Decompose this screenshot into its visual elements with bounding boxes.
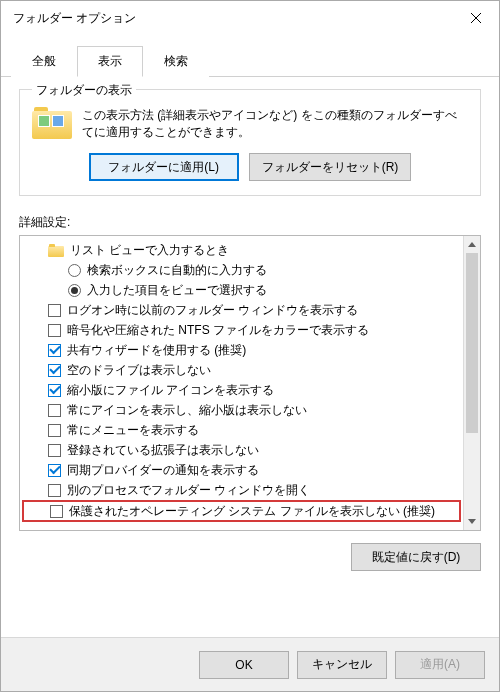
checkbox-icon[interactable] — [48, 304, 61, 317]
scroll-down-button[interactable] — [464, 513, 480, 530]
restore-defaults-button[interactable]: 既定値に戻す(D) — [351, 543, 481, 571]
tree-item-7[interactable]: 縮小版にファイル アイコンを表示する — [20, 380, 463, 400]
tree-item-1[interactable]: 検索ボックスに自動的に入力する — [20, 260, 463, 280]
tree-item-13[interactable]: 保護されたオペレーティング システム ファイルを表示しない (推奨) — [22, 500, 461, 522]
scroll-track[interactable] — [464, 253, 480, 513]
tree-item-label: 共有ウィザードを使用する (推奨) — [67, 342, 246, 359]
radio-icon[interactable] — [68, 284, 81, 297]
tree-item-12[interactable]: 別のプロセスでフォルダー ウィンドウを開く — [20, 480, 463, 500]
folder-view-description: この表示方法 (詳細表示やアイコンなど) をこの種類のフォルダーすべてに適用する… — [82, 107, 468, 141]
checkbox-icon[interactable] — [48, 344, 61, 357]
tree-item-6[interactable]: 空のドライブは表示しない — [20, 360, 463, 380]
tree-item-2[interactable]: 入力した項目をビューで選択する — [20, 280, 463, 300]
folder-view-group: フォルダーの表示 この表示方法 (詳細表示やアイコンなど) をこの種類のフォルダ… — [19, 89, 481, 196]
titlebar: フォルダー オプション — [1, 1, 499, 35]
tree-item-label: 登録されている拡張子は表示しない — [67, 442, 259, 459]
advanced-settings-list[interactable]: リスト ビューで入力するとき検索ボックスに自動的に入力する入力した項目をビューで… — [20, 236, 463, 530]
dialog-footer: OK キャンセル 適用(A) — [1, 637, 499, 691]
tree-item-label: 空のドライブは表示しない — [67, 362, 211, 379]
checkbox-icon[interactable] — [48, 484, 61, 497]
tab-view[interactable]: 表示 — [77, 46, 143, 77]
tab-general[interactable]: 全般 — [11, 46, 77, 77]
checkbox-icon[interactable] — [48, 384, 61, 397]
tree-item-label: 常にアイコンを表示し、縮小版は表示しない — [67, 402, 307, 419]
tree-item-label: 常にメニューを表示する — [67, 422, 199, 439]
tree-item-label: 入力した項目をビューで選択する — [87, 282, 267, 299]
folder-icon — [48, 244, 64, 257]
tab-search[interactable]: 検索 — [143, 46, 209, 77]
radio-icon[interactable] — [68, 264, 81, 277]
tab-strip: 全般 表示 検索 — [1, 35, 499, 77]
tree-item-label: 縮小版にファイル アイコンを表示する — [67, 382, 274, 399]
tab-body: フォルダーの表示 この表示方法 (詳細表示やアイコンなど) をこの種類のフォルダ… — [1, 77, 499, 637]
apply-to-folders-button[interactable]: フォルダーに適用(L) — [89, 153, 239, 181]
tree-item-5[interactable]: 共有ウィザードを使用する (推奨) — [20, 340, 463, 360]
tree-item-10[interactable]: 登録されている拡張子は表示しない — [20, 440, 463, 460]
cancel-button[interactable]: キャンセル — [297, 651, 387, 679]
tree-item-label: 暗号化や圧縮された NTFS ファイルをカラーで表示する — [67, 322, 369, 339]
reset-folders-button[interactable]: フォルダーをリセット(R) — [249, 153, 412, 181]
tree-item-label: 別のプロセスでフォルダー ウィンドウを開く — [67, 482, 310, 499]
advanced-settings-tree: リスト ビューで入力するとき検索ボックスに自動的に入力する入力した項目をビューで… — [19, 235, 481, 531]
window-title: フォルダー オプション — [13, 10, 136, 27]
checkbox-icon[interactable] — [50, 505, 63, 518]
folder-view-group-title: フォルダーの表示 — [32, 82, 136, 99]
tree-item-label: ログオン時に以前のフォルダー ウィンドウを表示する — [67, 302, 358, 319]
chevron-up-icon — [468, 242, 476, 247]
checkbox-icon[interactable] — [48, 364, 61, 377]
checkbox-icon[interactable] — [48, 324, 61, 337]
tree-item-9[interactable]: 常にメニューを表示する — [20, 420, 463, 440]
scroll-thumb[interactable] — [466, 253, 478, 433]
folder-icon — [32, 107, 72, 141]
scroll-up-button[interactable] — [464, 236, 480, 253]
tree-item-11[interactable]: 同期プロバイダーの通知を表示する — [20, 460, 463, 480]
close-button[interactable] — [453, 1, 499, 35]
folder-options-dialog: フォルダー オプション 全般 表示 検索 フォルダーの表示 この表示方法 (詳細… — [0, 0, 500, 692]
advanced-settings-label: 詳細設定: — [19, 214, 481, 231]
checkbox-icon[interactable] — [48, 424, 61, 437]
tree-item-label: 検索ボックスに自動的に入力する — [87, 262, 267, 279]
close-icon — [471, 13, 481, 23]
chevron-down-icon — [468, 519, 476, 524]
apply-button[interactable]: 適用(A) — [395, 651, 485, 679]
tree-item-0: リスト ビューで入力するとき — [20, 240, 463, 260]
tree-item-label: リスト ビューで入力するとき — [70, 242, 229, 259]
checkbox-icon[interactable] — [48, 444, 61, 457]
tree-item-4[interactable]: 暗号化や圧縮された NTFS ファイルをカラーで表示する — [20, 320, 463, 340]
checkbox-icon[interactable] — [48, 404, 61, 417]
tree-item-8[interactable]: 常にアイコンを表示し、縮小版は表示しない — [20, 400, 463, 420]
scrollbar[interactable] — [463, 236, 480, 530]
checkbox-icon[interactable] — [48, 464, 61, 477]
ok-button[interactable]: OK — [199, 651, 289, 679]
tree-item-label: 同期プロバイダーの通知を表示する — [67, 462, 259, 479]
tree-item-label: 保護されたオペレーティング システム ファイルを表示しない (推奨) — [69, 503, 435, 520]
tree-item-3[interactable]: ログオン時に以前のフォルダー ウィンドウを表示する — [20, 300, 463, 320]
